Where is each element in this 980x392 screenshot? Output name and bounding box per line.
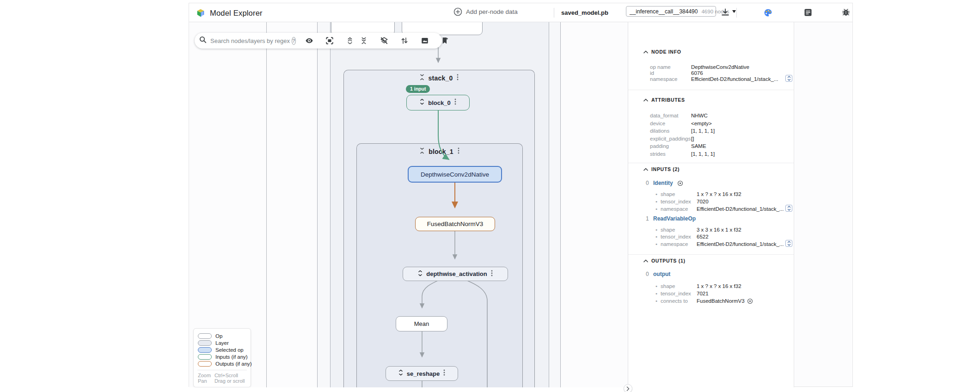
legend-item-op: Op <box>194 332 251 339</box>
add-per-node-data-button[interactable]: Add per-node data <box>453 7 518 16</box>
layer-menu-icon[interactable] <box>454 98 456 107</box>
section-inputs[interactable]: INPUTS (2) <box>643 166 680 172</box>
model-file-name: saved_model.pb <box>561 9 608 16</box>
input-link[interactable]: Identity <box>653 180 673 186</box>
section-node-info[interactable]: NODE INFO <box>643 49 681 55</box>
plus-circle-icon <box>453 7 462 16</box>
search-icon <box>199 36 207 45</box>
output-item-output: 0 output <box>646 271 670 277</box>
input-detail-row: •shape3 x 3 x 16 x 1 x f32 <box>655 227 741 233</box>
node-block_0[interactable]: block_0 <box>406 95 470 110</box>
app-title: Model Explorer <box>210 9 263 18</box>
attr-row: explicit_paddings[] <box>650 136 694 142</box>
section-attributes[interactable]: ATTRIBUTES <box>643 97 685 103</box>
legend-item-inputs: Inputs (if any) <box>194 353 251 360</box>
attr-row: dilations[1, 1, 1, 1] <box>650 128 715 134</box>
export-image-icon[interactable] <box>421 37 429 45</box>
node-label: block_0 <box>428 99 450 106</box>
input-detail-row: •tensor_index6522 <box>655 234 709 240</box>
input-detail-row: •namespaceEfficientDet-D2/functional_1/s… <box>655 206 784 212</box>
chevron-up-icon <box>643 50 648 54</box>
attr-row: paddingSAME <box>650 143 706 149</box>
graph-selector-dropdown[interactable]: __inference__call__384490 4690 nodes <box>626 6 716 17</box>
layer-menu-icon[interactable] <box>443 369 445 378</box>
node-label: FusedBatchNormV3 <box>427 220 484 227</box>
section-outputs[interactable]: OUTPUTS (1) <box>643 258 686 263</box>
locate-node-icon[interactable] <box>677 180 683 186</box>
visibility-icon[interactable] <box>305 37 313 45</box>
input-detail-row: •tensor_index7020 <box>655 199 709 205</box>
layer-menu-icon[interactable] <box>491 270 493 278</box>
expand-all-layers-icon[interactable] <box>346 37 354 45</box>
bookmark-flag-icon[interactable] <box>441 37 449 45</box>
input-detail-row: •shape1 x ? x ? x 16 x f32 <box>655 191 741 197</box>
legend-divider <box>197 370 247 370</box>
info-row: op nameDepthwiseConv2dNative <box>650 64 749 70</box>
node-se-reshape[interactable]: se_reshape <box>386 366 458 381</box>
legend-pan-hint: PanDrag or scroll <box>194 378 251 384</box>
chevron-up-icon <box>643 168 648 171</box>
attr-row: strides[1, 1, 1, 1] <box>650 151 715 157</box>
header-separator <box>554 8 554 18</box>
fit-to-screen-icon[interactable] <box>325 37 334 45</box>
node-mean[interactable]: Mean <box>396 316 447 331</box>
op-swatch <box>198 333 212 339</box>
output-detail-row: •connects to FusedBatchNormV3 <box>655 298 753 304</box>
dropdown-caret-icon <box>732 10 736 13</box>
chevron-up-icon <box>643 98 648 102</box>
selected-op-swatch <box>198 347 212 353</box>
selected-graph: __inference__call__384490 <box>630 8 698 15</box>
graph-legend: Op Layer Selected op Inputs (if any) Out… <box>193 328 251 387</box>
header-separator <box>736 8 737 18</box>
app-header: Model Explorer Add per-node data saved_m… <box>189 3 852 22</box>
swap-vertical-icon[interactable] <box>400 37 409 45</box>
collapse-all-layers-icon[interactable] <box>360 37 368 45</box>
chevron-up-icon <box>643 259 648 263</box>
app-logo-title: Model Explorer <box>196 8 263 18</box>
node-fused-batch-norm-v3[interactable]: FusedBatchNormV3 <box>415 217 495 231</box>
search-input[interactable] <box>210 37 292 44</box>
expand-namespace-button[interactable] <box>785 240 792 247</box>
output-detail-row: •shape1 x ? x ? x 16 x f32 <box>655 283 741 289</box>
node-depthwise-activation[interactable]: depthwise_activation <box>403 267 508 281</box>
node-info-panel: NODE INFO op nameDepthwiseConv2dNative i… <box>628 22 794 387</box>
node-label: depthwise_activation <box>426 270 487 277</box>
attr-row: device<empty> <box>650 121 712 127</box>
input-count-badge: 1 input <box>406 85 430 93</box>
output-detail-row: •tensor_index7021 <box>655 291 709 297</box>
chevron-right-icon <box>626 386 630 391</box>
legend-item-selected-op: Selected op <box>194 346 251 353</box>
download-graph-icon[interactable] <box>721 8 730 18</box>
node-label: Mean <box>414 320 429 327</box>
expand-namespace-button[interactable] <box>785 75 792 82</box>
connects-to-link[interactable]: FusedBatchNormV3 <box>697 298 745 304</box>
search-help-icon[interactable]: ? <box>292 37 296 45</box>
expand-layer-icon[interactable] <box>418 270 423 278</box>
legend-item-layer: Layer <box>194 339 251 346</box>
expand-layer-icon[interactable] <box>398 369 403 378</box>
section-divider <box>628 90 794 90</box>
graph-canvas[interactable]: stack_0 block_1 <box>189 22 628 387</box>
search-toolbar: ? <box>195 33 442 49</box>
node-depthwise-conv2d-native-selected[interactable]: DepthwiseConv2dNative <box>408 166 502 183</box>
docs-article-icon[interactable] <box>803 8 813 18</box>
output-link[interactable]: output <box>653 271 670 277</box>
expand-layer-icon[interactable] <box>420 98 424 107</box>
theme-palette-icon[interactable] <box>763 8 773 18</box>
graph-edges <box>189 22 628 387</box>
expand-namespace-button[interactable] <box>785 205 792 212</box>
model-explorer-logo-icon <box>196 8 206 18</box>
flatten-layers-icon[interactable] <box>380 37 388 45</box>
section-divider <box>628 254 794 255</box>
input-detail-row: •namespaceEfficientDet-D2/functional_1/s… <box>655 241 784 247</box>
attr-row: data_formatNHWC <box>650 113 708 119</box>
input-item-identity: 0 Identity <box>646 180 683 186</box>
node-label: se_reshape <box>407 370 440 377</box>
locate-node-icon[interactable] <box>747 298 753 304</box>
legend-item-outputs: Outputs (if any) <box>194 360 251 367</box>
legend-zoom-hint: ZoomCtrl+Scroll <box>194 373 251 378</box>
input-link[interactable]: ReadVariableOp <box>653 215 696 222</box>
collapse-panel-button[interactable] <box>624 384 632 392</box>
bug-report-icon[interactable] <box>841 8 851 18</box>
section-divider <box>628 163 794 163</box>
